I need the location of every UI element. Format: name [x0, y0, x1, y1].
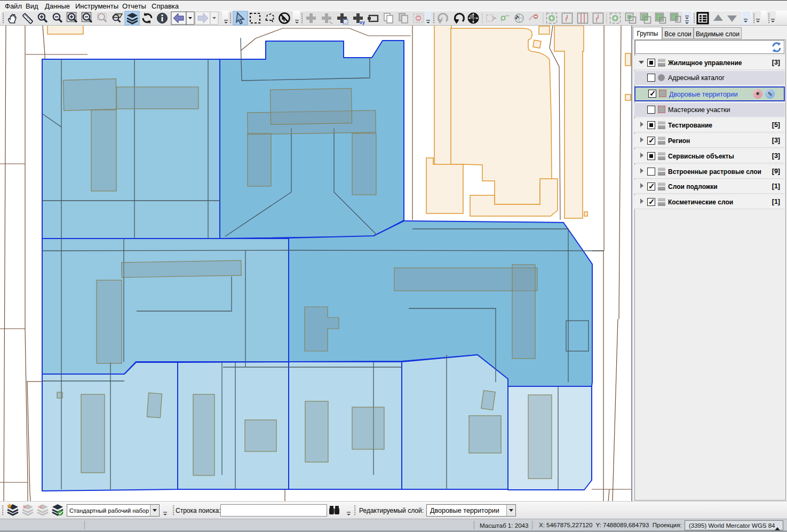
svg-text:xy: xy — [360, 20, 365, 25]
svg-text:x: x — [441, 15, 443, 21]
